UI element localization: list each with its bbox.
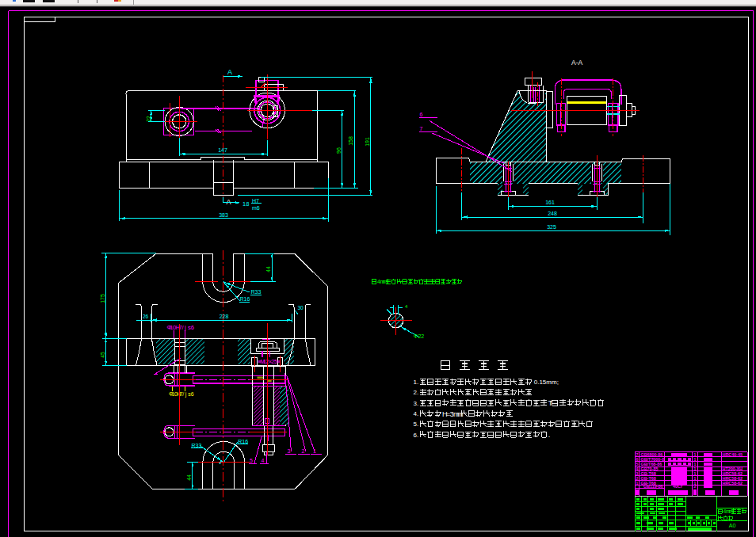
- svg-text:26: 26: [143, 314, 149, 319]
- svg-text:A-A: A-A: [571, 59, 583, 67]
- svg-text:m: m: [383, 279, 388, 285]
- svg-text:≡: ≡: [261, 375, 263, 379]
- svg-text:158: 158: [348, 136, 353, 146]
- svg-text:1: 1: [694, 457, 697, 462]
- svg-text:2.: 2.: [414, 389, 419, 396]
- svg-text:6: 6: [191, 324, 194, 331]
- svg-text:191: 191: [365, 137, 370, 147]
- svg-text:1.: 1.: [414, 379, 419, 386]
- svg-text:≡: ≡: [277, 359, 280, 364]
- svg-text:R16: R16: [240, 296, 250, 302]
- svg-text:1: 1: [636, 481, 639, 486]
- svg-text:6: 6: [191, 391, 194, 397]
- svg-text:3: 3: [288, 448, 291, 454]
- svg-text:228: 228: [220, 314, 229, 319]
- svg-text:GB119-86: GB119-86: [643, 484, 663, 489]
- svg-text:0.15mm;: 0.15mm;: [534, 379, 559, 386]
- svg-text:HRC40-45: HRC40-45: [723, 452, 743, 457]
- svg-text:4.: 4.: [414, 410, 419, 417]
- svg-text:40Cr: 40Cr: [673, 484, 683, 489]
- svg-text:6.: 6.: [414, 432, 419, 439]
- svg-text:A: A: [227, 68, 232, 76]
- svg-text:.: .: [548, 431, 551, 439]
- svg-text:248: 248: [548, 211, 557, 216]
- svg-text:H7: H7: [252, 198, 259, 204]
- svg-text:m: m: [457, 410, 464, 418]
- svg-text:3.: 3.: [414, 400, 419, 407]
- svg-text:30: 30: [297, 305, 304, 310]
- svg-text:1: 1: [313, 448, 316, 454]
- svg-text:22: 22: [146, 116, 151, 122]
- svg-text:A0: A0: [729, 523, 736, 528]
- svg-text:A: A: [227, 198, 231, 206]
- svg-text:147: 147: [218, 147, 227, 153]
- svg-text:383: 383: [219, 212, 228, 218]
- svg-text:/: /: [182, 391, 184, 397]
- svg-text:GB/T7000-8: GB/T7000-8: [641, 457, 665, 462]
- svg-text:4: 4: [262, 458, 265, 463]
- svg-text:m: m: [729, 508, 734, 514]
- svg-text:R16: R16: [238, 439, 248, 444]
- svg-text:175: 175: [100, 294, 105, 303]
- svg-text:Φ22: Φ22: [414, 333, 424, 339]
- svg-text:2: 2: [302, 448, 305, 454]
- svg-text:325: 325: [547, 224, 556, 230]
- svg-text:5.: 5.: [414, 421, 419, 428]
- svg-text:161: 161: [545, 200, 555, 205]
- svg-text:m6: m6: [252, 205, 260, 211]
- svg-text:6: 6: [636, 457, 639, 462]
- svg-text:7: 7: [420, 126, 423, 131]
- svg-text:44: 44: [265, 266, 271, 272]
- svg-text:45: 45: [100, 352, 105, 358]
- svg-text:44: 44: [186, 474, 192, 481]
- svg-text:2: 2: [694, 484, 697, 489]
- svg-text:R33: R33: [192, 443, 202, 448]
- svg-text:HRC58-62: HRC58-62: [723, 481, 743, 486]
- svg-text:≡: ≡: [269, 378, 272, 383]
- svg-text:Т: Т: [548, 399, 553, 407]
- svg-text:6: 6: [420, 112, 423, 117]
- svg-text:18: 18: [242, 200, 249, 208]
- svg-text:R33: R33: [251, 289, 262, 295]
- svg-text:96: 96: [336, 147, 342, 154]
